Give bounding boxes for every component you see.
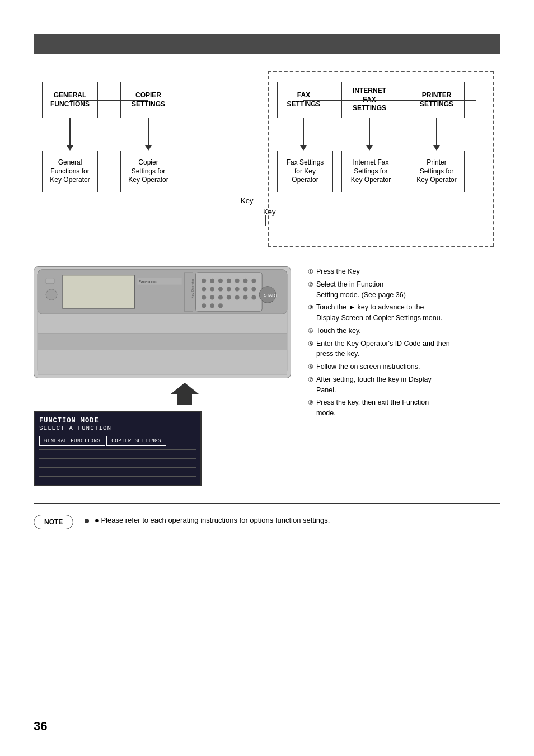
svg-point-11 <box>243 279 248 283</box>
svg-point-34 <box>46 289 57 300</box>
svg-point-16 <box>227 287 231 292</box>
svg-marker-38 <box>171 383 199 405</box>
svg-point-14 <box>210 287 214 292</box>
screen-display: FUNCTION MODE SELECT A FUNCTION GENERAL … <box>34 411 202 486</box>
screen-tab-general: GENERAL FUNCTIONS <box>39 436 105 446</box>
note-text: ● Please refer to each operating instruc… <box>85 515 330 526</box>
instruction-8: ⑧ Press the key, then exit the Functionm… <box>308 397 500 419</box>
note-bullet <box>85 519 89 523</box>
big-arrow-down <box>78 383 291 407</box>
internet-fax-key-box: Internet Fax Settings for Key Operator <box>341 151 400 192</box>
instruction-1: ① Press the Key <box>308 266 500 277</box>
svg-point-12 <box>251 279 256 283</box>
svg-point-10 <box>235 279 240 283</box>
instruction-4: ④ Touch the key. <box>308 326 500 336</box>
header-bar <box>34 34 500 54</box>
key-label-1: Key <box>241 196 253 205</box>
machine-image: Panasonic <box>34 266 291 378</box>
svg-point-26 <box>251 295 256 299</box>
instruction-6: ⑥ Follow the on screen instructions. <box>308 361 500 372</box>
svg-point-19 <box>251 287 256 292</box>
flow-diagram: GENERAL FUNCTIONS COPIER SETTINGS FAX SE… <box>34 71 500 261</box>
h-line-top-left <box>70 100 148 101</box>
screen-tab-copier: COPIER SETTINGS <box>106 436 166 446</box>
svg-point-25 <box>243 295 248 299</box>
arrow-general-functions <box>69 118 71 146</box>
svg-point-28 <box>210 303 214 308</box>
svg-point-7 <box>210 279 214 283</box>
svg-point-21 <box>210 295 214 299</box>
svg-point-22 <box>218 295 223 299</box>
printer-settings-key-box: Printer Settings for Key Operator <box>409 151 465 192</box>
instruction-2: ② Select the in FunctionSetting mode. (S… <box>308 279 500 300</box>
svg-point-23 <box>227 295 231 299</box>
svg-rect-2 <box>63 275 135 308</box>
svg-rect-35 <box>46 278 54 284</box>
instruction-5: ⑤ Enter the Key Operator's ID Code and t… <box>308 339 500 360</box>
instruction-7: ⑦ After setting, touch the key in Displa… <box>308 374 500 396</box>
screen-tabs: GENERAL FUNCTIONS COPIER SETTINGS <box>39 436 196 446</box>
general-functions-key-box: General Functions for Key Operator <box>42 151 98 192</box>
instruction-3: ③ Touch the ► key to advance to theDispl… <box>308 302 500 323</box>
instructions-panel: ① Press the Key ② Select the in Function… <box>308 266 500 486</box>
svg-point-17 <box>235 287 240 292</box>
key-connector-line <box>265 215 266 226</box>
arrow-printer-settings <box>436 118 437 146</box>
h-line-top-right <box>303 100 476 101</box>
screen-line1: FUNCTION MODE <box>39 417 196 425</box>
fax-settings-key-box: Fax Settings for Key Operator <box>277 151 333 192</box>
screen-line2: SELECT A FUNCTION <box>39 425 196 431</box>
svg-point-18 <box>243 287 248 292</box>
svg-text:Panasonic: Panasonic <box>138 280 157 284</box>
note-label: NOTE <box>34 515 73 529</box>
svg-point-6 <box>202 279 206 283</box>
svg-text:Key Operator: Key Operator <box>191 279 194 298</box>
machine-left-panel: Panasonic <box>34 266 291 486</box>
page-number: 36 <box>34 719 47 734</box>
svg-text:START: START <box>264 293 278 298</box>
svg-point-13 <box>202 287 206 292</box>
svg-rect-32 <box>38 334 287 350</box>
arrow-copier-settings <box>148 118 149 146</box>
svg-point-20 <box>202 295 206 299</box>
svg-point-29 <box>218 303 223 308</box>
machine-section: Panasonic <box>34 266 500 486</box>
svg-point-15 <box>218 287 223 292</box>
svg-point-9 <box>227 279 231 283</box>
arrow-internet-fax <box>369 118 370 146</box>
arrow-fax-settings <box>303 118 304 146</box>
copier-settings-key-box: Copier Settings for Key Operator <box>120 151 176 192</box>
svg-point-24 <box>235 295 240 299</box>
svg-rect-33 <box>38 353 287 375</box>
svg-point-27 <box>202 303 206 308</box>
svg-point-8 <box>218 279 223 283</box>
note-section: NOTE ● Please refer to each operating in… <box>34 503 500 529</box>
